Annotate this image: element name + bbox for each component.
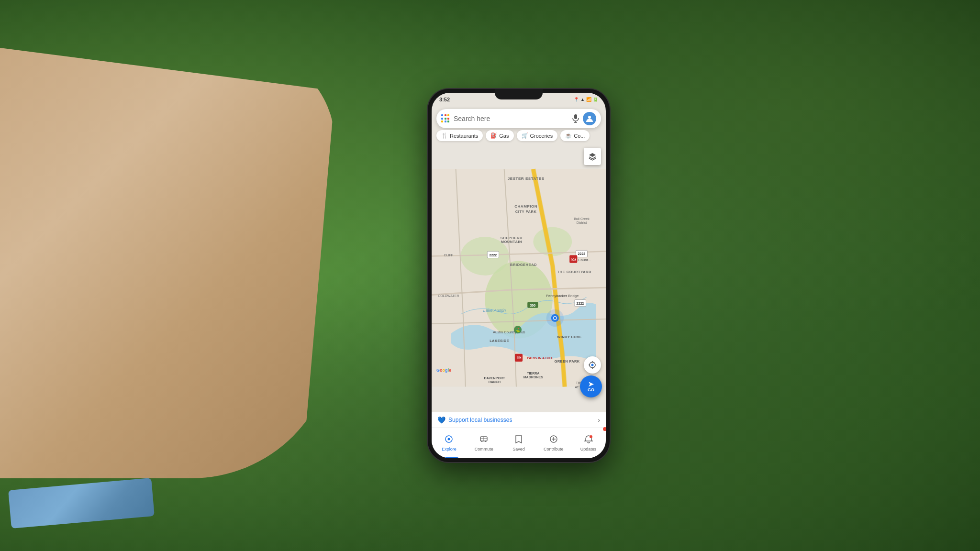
pill-gas-label: Gas [499, 133, 509, 139]
location-status-icon: 📍 [574, 97, 579, 102]
svg-text:PARIS IN A BITE: PARIS IN A BITE [527, 356, 553, 360]
user-avatar-button[interactable] [583, 112, 596, 125]
svg-text:LAKESIDE: LAKESIDE [490, 339, 509, 343]
updates-icon [584, 435, 593, 446]
svg-text:🍽: 🍽 [571, 257, 576, 262]
pill-coffee-label: Co... [574, 133, 585, 139]
svg-text:Pennybacker Bridge: Pennybacker Bridge [546, 294, 579, 298]
map-container[interactable]: 2222 360 2222 2222 JESTER ESTATES CHAMPI… [432, 144, 606, 412]
logo-dot-1 [441, 114, 443, 116]
status-time: 3:52 [439, 97, 450, 102]
phone-device: 3:52 📍 ▲ 📶 🔋 [428, 89, 610, 462]
google-logo [441, 114, 450, 123]
wifi-icon: ▲ [580, 97, 585, 102]
svg-text:⛳: ⛳ [515, 328, 521, 333]
svg-text:MADRONES: MADRONES [523, 375, 543, 379]
svg-text:CITY PARK: CITY PARK [515, 209, 537, 214]
svg-text:2222: 2222 [490, 253, 497, 257]
svg-text:2222: 2222 [577, 302, 584, 305]
pill-restaurants[interactable]: 🍴 Restaurants [436, 130, 483, 141]
battery-icon: 🔋 [593, 97, 598, 102]
go-arrow-icon: ➤ [588, 381, 594, 387]
svg-text:DAVENPORT: DAVENPORT [484, 376, 506, 380]
svg-text:TIERRA: TIERRA [527, 372, 539, 375]
svg-point-61 [485, 441, 487, 442]
svg-text:THE COURTYARD: THE COURTYARD [557, 270, 591, 274]
svg-text:🍽: 🍽 [517, 355, 522, 360]
svg-text:2222: 2222 [578, 252, 586, 255]
restaurants-icon: 🍴 [441, 132, 448, 139]
nav-contribute-label: Contribute [544, 447, 564, 452]
mic-button[interactable] [568, 111, 583, 126]
hand [0, 48, 335, 478]
svg-text:BRIDGEHEAD: BRIDGEHEAD [510, 263, 537, 267]
google-e: e [449, 368, 451, 373]
nav-commute-label: Commute [475, 447, 493, 452]
logo-dot-2 [445, 114, 446, 116]
svg-rect-0 [574, 114, 577, 119]
logo-dot-8 [445, 121, 446, 122]
layers-button[interactable] [584, 148, 601, 165]
svg-text:District: District [577, 221, 587, 224]
svg-text:COLDWATER: COLDWATER [438, 294, 459, 298]
nav-explore-label: Explore [442, 447, 457, 452]
svg-point-3 [588, 116, 591, 119]
saved-icon [515, 435, 523, 446]
phone-screen: 3:52 📍 ▲ 📶 🔋 [432, 93, 606, 458]
svg-text:CHAMPION: CHAMPION [514, 204, 537, 209]
svg-text:MOUNTAIN: MOUNTAIN [501, 240, 522, 244]
location-button[interactable] [584, 356, 601, 374]
svg-point-60 [481, 441, 483, 442]
phone-notch [495, 89, 543, 99]
bottom-nav: Explore Commute [432, 428, 606, 458]
svg-point-50 [546, 309, 564, 327]
logo-dot-7 [441, 121, 443, 122]
banner-chevron-right-icon: › [598, 416, 600, 424]
phone-wrapper: 3:52 📍 ▲ 📶 🔋 [428, 89, 610, 462]
logo-dot-5 [445, 118, 446, 120]
svg-text:GREEN PARK: GREEN PARK [555, 359, 580, 364]
groceries-icon: 🛒 [522, 132, 528, 139]
google-watermark: Google [436, 368, 451, 373]
pill-gas[interactable]: ⛽ Gas [486, 130, 513, 141]
nav-commute[interactable]: Commute [467, 428, 501, 458]
svg-text:Bull Creek: Bull Creek [574, 217, 590, 220]
svg-text:CLIFF: CLIFF [444, 253, 454, 257]
pill-groceries[interactable]: 🛒 Groceries [517, 130, 558, 141]
local-businesses-banner[interactable]: 💙 Support local businesses › [432, 412, 606, 428]
nav-updates[interactable]: Updates [571, 428, 606, 458]
heart-icon: 💙 [437, 416, 445, 424]
explore-icon [445, 435, 453, 446]
status-icons: 📍 ▲ 📶 🔋 [574, 97, 598, 102]
nav-saved[interactable]: Saved [501, 428, 536, 458]
contribute-icon [549, 435, 558, 446]
svg-text:WINDY COVE: WINDY COVE [557, 335, 582, 339]
category-pills: 🍴 Restaurants ⛽ Gas 🛒 Groceries ☕ Co... [432, 130, 606, 144]
logo-dot-9 [447, 121, 449, 122]
commute-icon [479, 435, 488, 446]
svg-text:Count...: Count... [578, 258, 591, 262]
logo-dot-3 [447, 114, 449, 116]
banner-left: 💙 Support local businesses [437, 416, 512, 424]
nav-saved-label: Saved [512, 447, 525, 452]
go-button[interactable]: ➤ GO [580, 375, 602, 397]
svg-text:Lake Austin: Lake Austin [483, 308, 506, 313]
svg-text:RANCH: RANCH [489, 380, 501, 384]
map-svg: 2222 360 2222 2222 JESTER ESTATES CHAMPI… [432, 144, 606, 412]
nav-explore[interactable]: Explore [432, 428, 467, 458]
pill-coffee[interactable]: ☕ Co... [560, 130, 590, 141]
go-label: GO [588, 387, 594, 392]
search-input[interactable]: Search here [454, 115, 568, 122]
svg-point-58 [448, 438, 450, 441]
pill-restaurants-label: Restaurants [450, 133, 478, 139]
logo-dot-4 [441, 118, 443, 120]
coffee-icon: ☕ [565, 132, 572, 139]
gas-icon: ⛽ [490, 132, 497, 139]
search-bar[interactable]: Search here [436, 109, 601, 128]
google-g: G [436, 368, 440, 373]
logo-dot-6 [447, 118, 449, 120]
nav-contribute[interactable]: Contribute [536, 428, 571, 458]
signal-icon: 📶 [586, 97, 591, 102]
svg-text:360: 360 [530, 304, 535, 307]
svg-text:JESTER ESTATES: JESTER ESTATES [508, 176, 545, 181]
